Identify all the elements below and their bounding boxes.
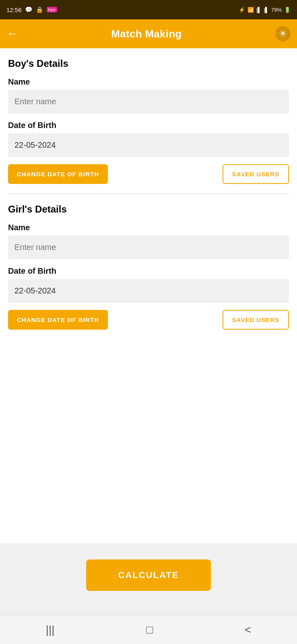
battery-display: 79% (271, 7, 282, 13)
boys-section: Boy's Details Name Date of Birth 22-05-2… (8, 58, 289, 184)
girls-saved-users-button[interactable]: SAVED USERS (223, 310, 289, 330)
calculate-button[interactable]: CALCULATE (86, 559, 211, 591)
time-display: 12:56 (6, 6, 22, 13)
boys-name-label: Name (8, 77, 289, 87)
boys-saved-users-button[interactable]: SAVED USERS (223, 164, 289, 184)
main-content: Boy's Details Name Date of Birth 22-05-2… (0, 48, 297, 543)
girls-section-title: Girl's Details (8, 204, 289, 215)
girls-button-row: CHANGE DATE OF BIRTH SAVED USERS (8, 310, 289, 330)
boys-dob-value: 22-05-2024 (8, 133, 289, 157)
girls-name-label: Name (8, 223, 289, 232)
status-bar-left: 12:56 💬 🔒 heo (6, 6, 57, 13)
girls-change-dob-button[interactable]: CHANGE DATE OF BIRTH (8, 310, 108, 330)
signal-lte2-icon: |▌ (264, 7, 269, 13)
settings-button[interactable]: ☀ (275, 26, 291, 41)
nav-menu-icon[interactable]: ||| (46, 623, 55, 636)
back-button[interactable]: ← (6, 27, 18, 40)
battery-icon: 🔋 (284, 7, 291, 13)
carrier-icon: heo (47, 7, 57, 12)
calculate-section: CALCULATE (0, 543, 297, 615)
girls-name-input[interactable] (8, 235, 289, 259)
girls-dob-value: 22-05-2024 (8, 279, 289, 303)
bottom-nav: ||| □ < (0, 615, 297, 644)
bluetooth-icon: ⚡ (239, 7, 245, 13)
nav-home-icon[interactable]: □ (146, 623, 153, 636)
nav-back-icon[interactable]: < (245, 623, 251, 636)
signal-lte1-icon: |▌ (256, 7, 262, 13)
girls-dob-label: Date of Birth (8, 266, 289, 276)
section-divider (8, 194, 289, 194)
status-bar: 12:56 💬 🔒 heo ⚡ 📶 |▌ |▌ 79% 🔋 (0, 0, 297, 19)
boys-name-input[interactable] (8, 90, 289, 114)
boys-button-row: CHANGE DATE OF BIRTH SAVED USERS (8, 164, 289, 184)
boys-dob-label: Date of Birth (8, 121, 289, 130)
lock-icon: 🔒 (36, 6, 43, 13)
boys-change-dob-button[interactable]: CHANGE DATE OF BIRTH (8, 164, 108, 184)
boys-section-title: Boy's Details (8, 58, 289, 69)
app-bar: ← Match Making ☀ (0, 19, 297, 48)
status-bar-right: ⚡ 📶 |▌ |▌ 79% 🔋 (239, 7, 291, 13)
settings-icon: ☀ (279, 29, 287, 39)
message-icon: 💬 (25, 6, 33, 13)
app-title: Match Making (111, 28, 182, 40)
wifi-icon: 📶 (248, 7, 254, 13)
girls-section: Girl's Details Name Date of Birth 22-05-… (8, 204, 289, 330)
